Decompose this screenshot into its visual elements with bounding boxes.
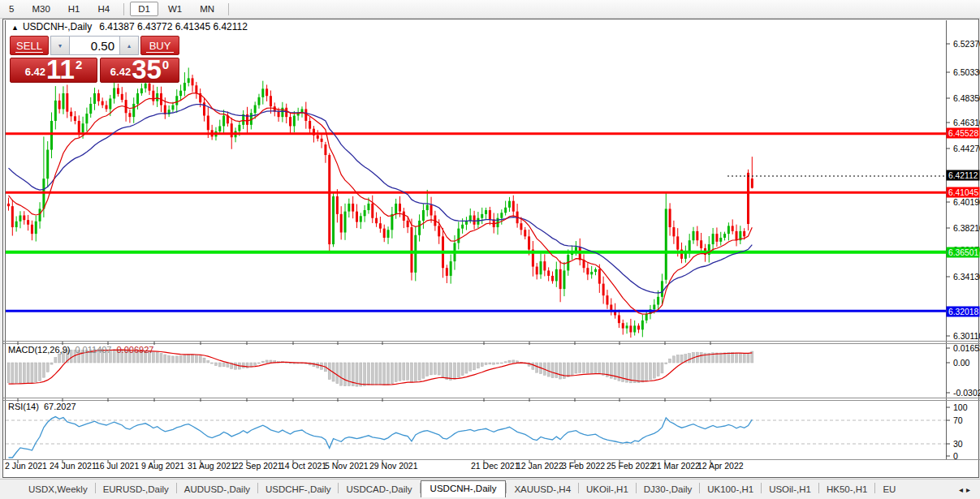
tab-uk100-h1[interactable]: UK100-,H1 [700, 482, 761, 497]
ma-fast-line [9, 93, 753, 314]
chevron-down-icon: ▾ [58, 42, 62, 49]
tab-usoil-h1[interactable]: USOil-,H1 [762, 482, 818, 497]
tf-button-mn[interactable]: MN [192, 2, 222, 16]
svg-text:6.36501: 6.36501 [948, 248, 978, 257]
chart-window: 6.523706.503306.483506.463106.442706.401… [2, 19, 979, 478]
svg-text:16 Jul 2021: 16 Jul 2021 [95, 461, 139, 471]
svg-text:21 Mar 2022: 21 Mar 2022 [652, 461, 700, 471]
volume-input[interactable] [70, 36, 119, 55]
tab-scroll-arrows[interactable]: ◂▸ [957, 483, 980, 497]
tab-hk50-h1[interactable]: HK50-,H1 [819, 482, 875, 497]
sell-price-small: 6.42 [25, 66, 45, 78]
svg-text:-0.03023: -0.03023 [953, 388, 980, 398]
tf-button-m30[interactable]: M30 [24, 2, 58, 16]
tab-usdchf-daily[interactable]: USDCHF-,Daily [258, 482, 339, 497]
symbol-title: USDCNH-,Daily [23, 21, 92, 32]
rsi-value: 67.2027 [44, 402, 76, 411]
toolbar-separator [228, 3, 229, 15]
buy-price-small: 6.42 [110, 66, 131, 78]
svg-text:0.00: 0.00 [953, 358, 970, 368]
svg-text:6.44270: 6.44270 [953, 144, 980, 153]
trading-platform: { "toolbar": {"groups": [["5","M30","H1"… [0, 0, 980, 499]
tab-xauusd-h4[interactable]: XAUUSD-,H4 [507, 482, 578, 497]
svg-text:6.38210: 6.38210 [953, 223, 980, 233]
svg-text:9 Aug 2021: 9 Aug 2021 [141, 461, 184, 471]
date-axis: 2 Jun 202124 Jun 202116 Jul 20219 Aug 20… [5, 342, 744, 471]
candlestick-series [7, 67, 753, 338]
volume-increase-button[interactable]: ▴ [119, 36, 139, 55]
svg-text:29 Nov 2021: 29 Nov 2021 [369, 461, 418, 471]
svg-text:24 Jun 2021: 24 Jun 2021 [50, 461, 97, 471]
svg-text:22 Sep 2021: 22 Sep 2021 [234, 461, 283, 471]
rsi-name: RSI(14) [8, 402, 39, 411]
macd-name: MACD(12,26,9) [8, 345, 70, 355]
svg-text:30: 30 [953, 439, 963, 449]
tab-dj30-daily[interactable]: DJ30-,Daily [637, 482, 699, 497]
rsi-indicator-label: RSI(14)67.2027 [8, 402, 76, 411]
macd-pane [7, 350, 753, 387]
toolbar-separator [123, 3, 124, 15]
rsi-pane [6, 417, 946, 458]
svg-text:6.41045: 6.41045 [948, 188, 978, 197]
buy-price-big: 35 [132, 58, 162, 81]
svg-text:0.01653: 0.01653 [953, 343, 980, 353]
tab-partial[interactable]: EU [875, 482, 903, 497]
sell-button[interactable]: SELL [10, 36, 49, 55]
svg-text:6.40190: 6.40190 [953, 197, 980, 207]
svg-text:2 Jun 2021: 2 Jun 2021 [5, 461, 47, 471]
one-click-trade-panel: SELL ▾ ▴ BUY 6.42 11 2 6.42 35 0 [10, 36, 179, 83]
buy-price-sup: 0 [162, 58, 169, 71]
tab-audusd-daily[interactable]: AUDUSD-,Daily [177, 482, 257, 497]
sell-price-sup: 2 [76, 58, 82, 71]
volume-decrease-button[interactable]: ▾ [50, 36, 70, 55]
chart-canvas[interactable]: 6.523706.503306.483506.463106.442706.401… [3, 19, 980, 477]
svg-text:6.52370: 6.52370 [953, 39, 980, 49]
sell-price-button[interactable]: 6.42 11 2 [10, 58, 97, 83]
price-axis: 6.523706.503306.483506.463106.442706.401… [946, 39, 980, 461]
svg-text:6.48350: 6.48350 [953, 93, 980, 103]
symbol-tab-bar: USDX,WeeklyEURUSD-,DailyAUDUSD-,DailyUSD… [0, 479, 980, 497]
collapse-panel-icon[interactable]: ▲ [11, 24, 19, 32]
svg-text:6.46310: 6.46310 [953, 118, 980, 127]
svg-text:0: 0 [953, 451, 958, 461]
svg-text:6.34130: 6.34130 [953, 272, 980, 282]
moving-averages [9, 93, 753, 314]
svg-text:5 Nov 2021: 5 Nov 2021 [325, 461, 369, 471]
sell-price-big: 11 [46, 58, 75, 81]
svg-text:12 Apr 2022: 12 Apr 2022 [697, 461, 744, 471]
tab-usdx-weekly[interactable]: USDX,Weekly [21, 482, 95, 497]
ohlc-values: 6.41387 6.43772 6.41345 6.42112 [99, 21, 248, 32]
buy-price-button[interactable]: 6.42 35 0 [100, 58, 179, 83]
chevron-up-icon: ▴ [127, 42, 131, 49]
timeframe-toolbar: 5M30H1H4D1W1MN [0, 0, 980, 19]
tab-eurusd-daily[interactable]: EURUSD-,Daily [96, 482, 176, 497]
tf-button-h4[interactable]: H4 [89, 2, 118, 16]
tf-button-5[interactable]: 5 [1, 2, 22, 16]
svg-text:12 Jan 2022: 12 Jan 2022 [516, 461, 563, 471]
svg-text:25 Feb 2022: 25 Feb 2022 [607, 461, 654, 471]
svg-text:6.32018: 6.32018 [948, 308, 978, 316]
svg-text:14 Oct 2021: 14 Oct 2021 [280, 461, 326, 471]
tf-button-h1[interactable]: H1 [60, 2, 89, 16]
svg-text:31 Aug 2021: 31 Aug 2021 [188, 461, 235, 471]
rsi-line [9, 417, 753, 458]
macd-signal-value: 0.006927 [117, 345, 154, 355]
tab-usdcnh-daily[interactable]: USDCNH-,Daily [421, 480, 507, 497]
svg-text:21 Dec 2021: 21 Dec 2021 [471, 461, 520, 471]
svg-text:3 Feb 2022: 3 Feb 2022 [562, 461, 605, 471]
tab-usdcad-daily[interactable]: USDCAD-,Daily [339, 482, 419, 497]
svg-text:6.45528: 6.45528 [948, 129, 978, 138]
svg-text:70: 70 [953, 415, 963, 425]
tf-button-w1[interactable]: W1 [160, 2, 190, 16]
svg-text:6.50330: 6.50330 [953, 67, 980, 77]
tab-ukoil-h1[interactable]: UKOil-,H1 [579, 482, 636, 497]
buy-button[interactable]: BUY [140, 36, 179, 55]
macd-main-value: 0.011407 [75, 345, 111, 355]
svg-text:6.42112: 6.42112 [948, 171, 978, 180]
svg-text:6.30110: 6.30110 [953, 331, 980, 341]
macd-indicator-label: MACD(12,26,9)0.0114070.006927 [8, 345, 153, 355]
chart-title: ▲USDCNH-,Daily6.41387 6.43772 6.41345 6.… [11, 21, 248, 32]
svg-text:100: 100 [953, 402, 968, 412]
tf-button-d1[interactable]: D1 [130, 2, 158, 16]
